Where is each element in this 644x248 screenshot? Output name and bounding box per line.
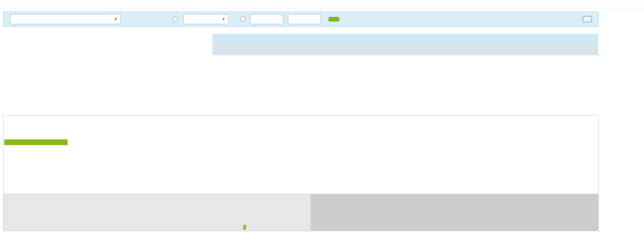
total-duration xyxy=(332,45,433,55)
timeline xyxy=(3,115,599,231)
total-alerts xyxy=(567,45,598,55)
reporting-interval-radio[interactable] xyxy=(173,17,178,22)
apply-button[interactable] xyxy=(329,17,339,21)
pie-panel xyxy=(3,31,212,112)
total-empty-cell xyxy=(432,45,505,55)
pie-chart[interactable] xyxy=(74,34,138,98)
states-table-title xyxy=(212,34,598,45)
reporting-interval-group xyxy=(173,17,180,22)
timeline-bottom-band[interactable] xyxy=(3,194,598,231)
to-date-input[interactable] xyxy=(288,14,321,24)
chevron-down-icon: ▼ xyxy=(114,17,117,21)
total-label xyxy=(212,45,332,55)
csv-file-icon xyxy=(583,16,592,22)
from-date-input[interactable] xyxy=(250,14,283,24)
business-activity-select[interactable]: ▼ xyxy=(10,14,121,24)
timeline-top-band[interactable] xyxy=(3,116,598,194)
timeline-bar-available-previous[interactable] xyxy=(4,139,68,145)
toolbar: ▼ ▼ xyxy=(3,12,599,27)
breadcrumb xyxy=(0,0,644,8)
timeline-marker xyxy=(243,225,246,230)
custom-range-group xyxy=(240,17,248,22)
chevron-down-icon: ▼ xyxy=(222,17,225,21)
total-empty-cell xyxy=(506,45,568,55)
states-table-total-row xyxy=(212,45,598,55)
states-panel xyxy=(212,34,598,55)
reporting-interval-select[interactable]: ▼ xyxy=(183,14,229,24)
states-table xyxy=(212,45,598,55)
reporting-page: ▼ ▼ xyxy=(0,0,644,248)
timeline-highlight-region[interactable] xyxy=(3,194,311,231)
export-csv-link[interactable] xyxy=(583,16,594,22)
custom-range-radio[interactable] xyxy=(240,17,246,22)
